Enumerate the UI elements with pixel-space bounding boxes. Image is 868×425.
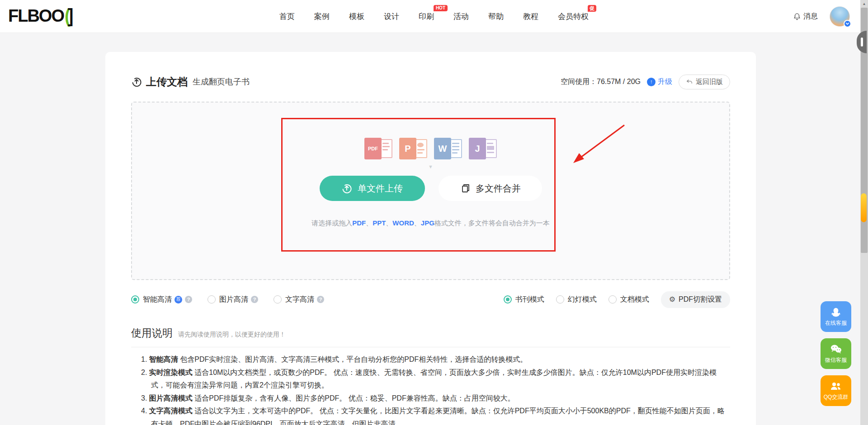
instructions-title: 使用说明 — [131, 326, 173, 340]
rocket-icon: ↑ — [647, 78, 656, 86]
nav-item-design[interactable]: 设计 — [384, 11, 399, 22]
instruction-item: 3. 图片高清模式 适合PDF排版复杂，含有人像、图片多的PDF。 优点：稳妥、… — [141, 392, 730, 405]
radio-image-hd[interactable]: 图片高清 ? — [208, 295, 258, 304]
radio-smart-hd[interactable]: 智能高清 荐 ? — [131, 295, 192, 304]
radio-circle[interactable] — [504, 295, 512, 304]
upload-panel: 上传文档 生成翻页电子书 空间使用：76.57M / 20G ↑ 升级 返回旧版 — [105, 52, 756, 425]
promo-badge: 促 — [588, 5, 596, 12]
radio-slide-mode[interactable]: 幻灯模式 — [556, 295, 597, 304]
radio-circle[interactable] — [274, 295, 282, 304]
messages-label: 消息 — [803, 12, 818, 21]
radio-circle[interactable] — [131, 295, 139, 304]
logo-text: FLBOO — [8, 6, 64, 26]
instructions-section: 使用说明 请先阅读使用说明，以便更好的使用！ 1. 智能高清 包含PDF实时渲染… — [131, 326, 730, 425]
back-to-old-button[interactable]: 返回旧版 — [679, 75, 730, 89]
messages-button[interactable]: 消息 — [793, 12, 818, 21]
nav-item-templates[interactable]: 模板 — [349, 11, 364, 22]
qq-penguin-icon — [830, 306, 842, 318]
nav-item-activity[interactable]: 活动 — [453, 11, 469, 22]
gear-icon: ⚙ — [669, 296, 675, 303]
instruction-item: 4. 文字高清模式 适合以文字为主，文本可选中的PDF。 优点：文字矢量化，比图… — [141, 405, 730, 425]
radio-text-hd[interactable]: 文字高清 ? — [274, 295, 324, 304]
pdf-file-icon: PDF — [364, 138, 392, 159]
instructions-subtitle: 请先阅读使用说明，以便更好的使用！ — [178, 331, 286, 339]
main-nav: 首页 案例 模板 设计 印刷HOT 活动 帮助 教程 会员特权促 — [279, 0, 589, 33]
nav-item-cases[interactable]: 案例 — [314, 11, 330, 22]
radio-circle[interactable] — [556, 295, 564, 304]
support-float-stack: 在线客服 微信客服 QQ交流群 — [821, 301, 851, 406]
pdf-split-settings-button[interactable]: ⚙ PDF切割设置 — [661, 291, 730, 308]
jpg-file-icon: J — [469, 138, 497, 159]
side-panel-handle[interactable] — [857, 31, 867, 53]
space-usage: 空间使用：76.57M / 20G — [561, 77, 641, 87]
brand-logo[interactable]: FLBOO(] — [8, 6, 72, 26]
page-title: 上传文档 — [146, 75, 188, 89]
merge-files-button[interactable]: 多文件合并 — [439, 176, 542, 201]
caret-down-icon: ▼ — [428, 164, 433, 169]
nav-item-home[interactable]: 首页 — [279, 11, 295, 22]
radio-circle[interactable] — [609, 295, 617, 304]
radio-document-mode[interactable]: 文档模式 — [609, 295, 649, 304]
word-file-icon: W — [434, 138, 462, 159]
instruction-item: 1. 智能高清 包含PDF实时渲染、图片高清、文字高清三种模式，平台自动分析您的… — [141, 353, 730, 366]
bell-icon — [793, 13, 801, 21]
recommended-badge: 荐 — [175, 296, 182, 304]
help-icon[interactable]: ? — [185, 296, 192, 303]
online-support-button[interactable]: 在线客服 — [821, 301, 851, 332]
top-navbar: FLBOO(] 首页 案例 模板 设计 印刷HOT 活动 帮助 教程 会员特权促… — [0, 0, 868, 33]
member-check-badge — [844, 20, 851, 28]
nav-item-tutorial[interactable]: 教程 — [523, 11, 538, 22]
bookmark-edge-handle[interactable] — [861, 193, 867, 222]
upload-dropzone[interactable]: PDF P W J ▼ — [131, 102, 730, 280]
radio-book-mode[interactable]: 书刊模式 — [504, 295, 544, 304]
hot-badge: HOT — [434, 5, 448, 11]
scroll-up-arrow[interactable]: ▲ — [860, 0, 868, 8]
upload-icon — [341, 183, 352, 194]
ppt-file-icon: P — [399, 138, 427, 159]
instructions-list: 1. 智能高清 包含PDF实时渲染、图片高清、文字高清三种模式，平台自动分析您的… — [141, 353, 730, 425]
quality-options: 智能高清 荐 ? 图片高清 ? 文字高清 ? — [131, 295, 324, 304]
single-upload-button[interactable]: 单文件上传 — [320, 176, 425, 201]
nav-item-print[interactable]: 印刷HOT — [419, 11, 434, 22]
wechat-support-button[interactable]: 微信客服 — [821, 338, 851, 369]
help-icon[interactable]: ? — [317, 296, 324, 303]
page-subtitle: 生成翻页电子书 — [193, 76, 250, 87]
copy-documents-icon — [459, 183, 470, 194]
mode-options: 书刊模式 幻灯模式 文档模式 ⚙ PDF切割设置 — [504, 291, 730, 308]
people-group-icon — [830, 380, 842, 392]
instruction-item: 2. 实时渲染模式 适合10M以内文档类型，或页数少的PDF。 优点：速度快、无… — [141, 366, 730, 392]
upload-cloud-icon — [131, 76, 142, 87]
upgrade-link[interactable]: ↑ 升级 — [647, 77, 672, 87]
divider — [131, 347, 730, 347]
return-arrow-icon — [686, 78, 693, 85]
help-icon[interactable]: ? — [251, 296, 258, 303]
radio-circle[interactable] — [208, 295, 216, 304]
qq-group-button[interactable]: QQ交流群 — [821, 375, 851, 406]
nav-item-membership[interactable]: 会员特权促 — [558, 11, 589, 22]
nav-item-help[interactable]: 帮助 — [488, 11, 504, 22]
user-avatar[interactable] — [830, 6, 850, 27]
file-type-icons: PDF P W J — [364, 138, 497, 159]
wechat-icon — [830, 343, 842, 355]
upload-hint: 请选择或拖入PDF、PPT、WORD、JPG格式文件，多文件将会自动合并为一本 — [311, 219, 550, 228]
